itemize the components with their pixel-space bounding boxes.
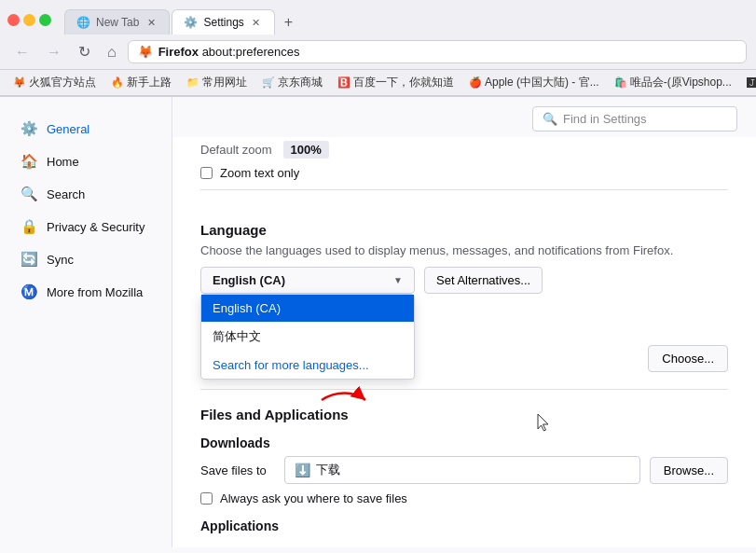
bookmark-item[interactable]: 🛍️唯品会-(原Vipshop... xyxy=(611,73,735,92)
nav-bar: ← → ↻ ⌂ 🦊 Firefox about:preferences xyxy=(0,35,756,70)
main-container: ⚙️ General 🏠 Home 🔍 Search 🔒 Privacy & S… xyxy=(0,97,756,547)
applications-header: Applications xyxy=(200,518,728,533)
zoom-label: Default zoom xyxy=(200,143,272,157)
sidebar-item-home[interactable]: 🏠 Home xyxy=(6,145,166,177)
settings-content: Default zoom 100% Zoom text only Languag… xyxy=(172,137,756,547)
search-icon: 🔍 xyxy=(21,186,37,202)
save-files-row: Save files to ⬇️ 下载 Browse... xyxy=(200,456,728,484)
language-option-zh-cn[interactable]: 简体中文 xyxy=(201,322,414,352)
home-icon: 🏠 xyxy=(21,153,37,170)
downloads-header: Downloads xyxy=(200,435,728,450)
language-selected-label: English (CA) xyxy=(213,273,285,287)
window-maximize-button[interactable] xyxy=(39,14,51,26)
sidebar-item-general-label: General xyxy=(47,122,89,136)
window-minimize-button[interactable] xyxy=(23,14,35,26)
bookmark-item[interactable]: 📁常用网址 xyxy=(183,73,251,92)
sidebar-item-privacy-label: Privacy & Security xyxy=(47,220,144,234)
always-ask-checkbox[interactable] xyxy=(200,492,213,505)
sidebar-item-search-label: Search xyxy=(47,187,85,201)
content-wrapper: 🔍 Find in Settings Default zoom 100% Zoo… xyxy=(172,97,756,547)
sidebar-item-home-label: Home xyxy=(47,155,79,169)
tab-bar: 🌐 New Tab ✕ ⚙️ Settings ✕ + xyxy=(57,9,308,35)
sidebar-item-search[interactable]: 🔍 Search xyxy=(6,178,166,210)
tab-settings[interactable]: ⚙️ Settings ✕ xyxy=(172,9,274,35)
save-files-input[interactable]: ⬇️ 下载 xyxy=(284,456,640,484)
find-in-settings-input[interactable]: 🔍 Find in Settings xyxy=(532,106,737,131)
chevron-down-icon: ▼ xyxy=(393,275,403,285)
language-dropdown: English (CA) 简体中文 Search for more langua… xyxy=(200,294,415,380)
language-description: Choose the languages used to display men… xyxy=(200,243,728,257)
address-bar[interactable]: 🦊 Firefox about:preferences xyxy=(128,40,747,63)
sidebar-item-general[interactable]: ⚙️ General xyxy=(6,113,166,145)
window-close-button[interactable] xyxy=(7,14,20,26)
browse-button[interactable]: Browse... xyxy=(650,457,728,484)
language-row: English (CA) ▼ English (CA) 简体中文 xyxy=(200,267,728,294)
language-option-en-ca[interactable]: English (CA) xyxy=(201,295,414,322)
lock-icon: 🔒 xyxy=(21,218,37,235)
tab-favicon: 🌐 xyxy=(76,16,90,29)
find-icon: 🔍 xyxy=(543,112,557,126)
bookmark-item[interactable]: 🔥新手上路 xyxy=(107,73,175,92)
sidebar: ⚙️ General 🏠 Home 🔍 Search 🔒 Privacy & S… xyxy=(0,97,172,547)
tab-close-button[interactable]: ✕ xyxy=(144,16,158,29)
bookmark-item[interactable]: 🍎Apple (中国大陆) - 官... xyxy=(465,73,603,92)
language-select-wrapper: English (CA) ▼ English (CA) 简体中文 xyxy=(200,267,415,294)
browser-chrome: 🌐 New Tab ✕ ⚙️ Settings ✕ + ← → ↻ ⌂ 🦊 Fi… xyxy=(0,0,756,97)
files-and-applications-section: Files and Applications Downloads Save fi… xyxy=(200,407,728,533)
tab-settings-close-button[interactable]: ✕ xyxy=(250,16,263,29)
bookmark-item[interactable]: 🅱️百度一下，你就知道 xyxy=(334,73,458,92)
find-placeholder: Find in Settings xyxy=(563,112,647,126)
downloads-section: Downloads Save files to ⬇️ 下载 Browse... … xyxy=(200,435,728,505)
bookmark-item[interactable]: 🅹京东(JD.COM)-正品... xyxy=(743,73,756,92)
download-icon: ⬇️ xyxy=(295,463,310,477)
sidebar-item-sync[interactable]: 🔄 Sync xyxy=(6,243,166,275)
always-ask-row: Always ask you where to save files xyxy=(200,491,728,505)
files-apps-header: Files and Applications xyxy=(200,407,728,422)
save-files-value: 下载 xyxy=(316,462,340,478)
tab-newtab[interactable]: 🌐 New Tab ✕ xyxy=(64,9,170,35)
language-select-button[interactable]: English (CA) ▼ xyxy=(200,267,415,294)
refresh-button[interactable]: ↻ xyxy=(73,40,96,63)
choose-button[interactable]: Choose... xyxy=(648,345,728,372)
window-controls xyxy=(7,14,51,26)
always-ask-label: Always ask you where to save files xyxy=(220,491,407,505)
forward-button[interactable]: → xyxy=(41,41,67,63)
mozilla-icon: Ⓜ️ xyxy=(21,283,37,300)
zoom-text-only-checkbox[interactable] xyxy=(200,167,213,179)
sync-icon: 🔄 xyxy=(21,251,37,268)
save-files-label: Save files to xyxy=(200,463,275,477)
sidebar-item-sync-label: Sync xyxy=(47,253,74,267)
back-button[interactable]: ← xyxy=(9,41,35,63)
sidebar-item-mozilla-label: More from Mozilla xyxy=(47,285,143,299)
zoom-text-only-label: Zoom text only xyxy=(220,166,299,180)
find-bar: 🔍 Find in Settings xyxy=(172,97,756,137)
section-divider xyxy=(200,389,728,390)
bookmark-item[interactable]: 🦊火狐官方站点 xyxy=(9,73,100,92)
bookmarks-bar: 🦊火狐官方站点 🔥新手上路 📁常用网址 🛒京东商城 🅱️百度一下，你就知道 🍎A… xyxy=(0,70,756,96)
zoom-text-only-row: Zoom text only xyxy=(200,166,728,180)
gear-icon: ⚙️ xyxy=(21,120,37,137)
tab-settings-label: Settings xyxy=(203,16,243,29)
home-button[interactable]: ⌂ xyxy=(102,41,122,63)
tab-settings-favicon: ⚙️ xyxy=(184,16,198,29)
new-tab-button[interactable]: + xyxy=(277,10,300,35)
bookmark-item[interactable]: 🛒京东商城 xyxy=(258,73,326,92)
language-header: Language xyxy=(200,222,728,238)
language-option-search-more[interactable]: Search for more languages... xyxy=(201,352,414,379)
address-favicon: 🦊 xyxy=(138,45,153,59)
language-section: Language Choose the languages used to di… xyxy=(200,189,728,372)
zoom-value: 100% xyxy=(283,141,329,159)
tab-label: New Tab xyxy=(96,16,139,29)
zoom-row: Default zoom 100% xyxy=(200,137,728,159)
address-text: Firefox about:preferences xyxy=(158,45,736,59)
title-bar: 🌐 New Tab ✕ ⚙️ Settings ✕ + xyxy=(0,0,756,35)
set-alternatives-button[interactable]: Set Alternatives... xyxy=(424,267,543,294)
sidebar-item-privacy[interactable]: 🔒 Privacy & Security xyxy=(6,211,166,242)
sidebar-item-mozilla[interactable]: Ⓜ️ More from Mozilla xyxy=(6,276,166,308)
